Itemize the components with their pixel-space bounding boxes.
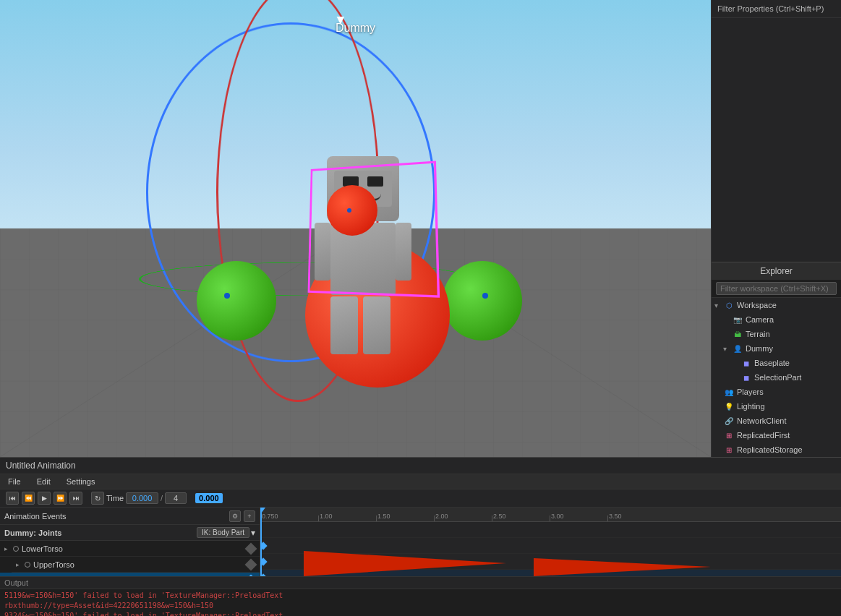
bounding-box bbox=[307, 161, 440, 298]
menu-edit[interactable]: Edit bbox=[35, 476, 53, 487]
workspace-label: Workspace bbox=[737, 301, 777, 309]
joint-toggle-uppertorso[interactable]: ▸ bbox=[16, 561, 25, 568]
ruler-mark-1: 1.00 bbox=[320, 513, 333, 520]
menu-settings[interactable]: Settings bbox=[64, 476, 98, 487]
output-text: 5119&w=150&h=150' failed to load in 'Tex… bbox=[0, 589, 841, 616]
output-panel: Output 5119&w=150&h=150' failed to load … bbox=[0, 576, 841, 616]
joint-row-lowertorso[interactable]: ▸ LowerTorso bbox=[0, 541, 260, 557]
tree-toggle-dummy[interactable]: ▾ bbox=[723, 345, 732, 353]
transport-end[interactable]: ⏭ bbox=[69, 492, 82, 505]
tree-item-players[interactable]: 👥 Players bbox=[712, 385, 841, 399]
joint-key-uppertorso[interactable] bbox=[245, 558, 257, 570]
playhead[interactable] bbox=[260, 508, 262, 576]
events-settings-icon[interactable]: ⚙ bbox=[229, 510, 241, 522]
timeline-right-panel[interactable]: 0.750 1.00 1.50 2.00 2.50 3.00 3.50 bbox=[260, 508, 841, 576]
3d-viewport[interactable]: Dummy bbox=[0, 0, 711, 457]
animation-menu-bar[interactable]: File Edit Settings bbox=[0, 474, 841, 489]
character-leg-left bbox=[330, 296, 358, 354]
baseplate-label: Baseplate bbox=[754, 359, 790, 367]
playhead-triangle bbox=[260, 508, 265, 513]
keyframe-track-head bbox=[260, 570, 841, 576]
filter-workspace-input[interactable] bbox=[716, 282, 837, 295]
ruler-mark-3: 2.00 bbox=[435, 513, 448, 520]
character-container bbox=[233, 69, 479, 359]
ruler-line-1 bbox=[318, 516, 319, 521]
explorer-section: Explorer ▾ ⬡ Workspace 📷 Camera 🏔 Terrai… bbox=[712, 262, 841, 457]
transport-prev-frame[interactable]: ⏪ bbox=[22, 492, 35, 505]
ik-dropdown-arrow[interactable]: ▾ bbox=[251, 528, 255, 538]
keyframe-track-lowertorso bbox=[260, 538, 841, 554]
handle-sphere-left[interactable] bbox=[197, 261, 276, 341]
ruler-line-5 bbox=[550, 516, 550, 521]
joint-label-lowertorso: LowerTorso bbox=[22, 544, 63, 553]
dummy-label-tree: Dummy bbox=[746, 344, 773, 353]
handle-sphere-right[interactable] bbox=[443, 261, 522, 341]
animation-events-row: Animation Events ⚙ + bbox=[0, 508, 260, 525]
replicatedstorage-label: ReplicatedStorage bbox=[737, 445, 803, 454]
events-label: Animation Events bbox=[4, 512, 229, 521]
keyframe-track-events bbox=[260, 522, 841, 538]
tree-item-dummy[interactable]: ▾ 👤 Dummy bbox=[720, 341, 841, 356]
tree-item-networkclient[interactable]: 🔗 NetworkClient bbox=[712, 414, 841, 428]
bottom-animation-area: Untitled Animation File Edit Settings ⏮ … bbox=[0, 457, 841, 616]
tree-item-baseplate[interactable]: ◼ Baseplate bbox=[729, 356, 841, 370]
networkclient-label: NetworkClient bbox=[737, 416, 786, 425]
replicatedstorage-icon: ⊞ bbox=[723, 444, 735, 455]
timeline-area: Animation Events ⚙ + Dummy: Joints IK: B… bbox=[0, 508, 841, 576]
ruler-mark-4: 2.50 bbox=[493, 513, 506, 520]
time-value-input[interactable] bbox=[126, 492, 158, 504]
events-icons[interactable]: ⚙ + bbox=[229, 510, 255, 522]
workspace-icon: ⬡ bbox=[723, 299, 735, 311]
selectionpart-icon: ◼ bbox=[740, 372, 752, 383]
filter-bar[interactable] bbox=[712, 280, 841, 298]
ruler-mark-0: 0.750 bbox=[262, 513, 278, 520]
players-icon: 👥 bbox=[723, 386, 735, 398]
players-label: Players bbox=[737, 388, 764, 396]
time-separator: / bbox=[161, 494, 163, 502]
joint-row-uppertorso[interactable]: ▸ UpperTorso bbox=[12, 557, 260, 573]
viewport-container[interactable]: Dummy bbox=[0, 0, 711, 457]
tree-item-camera[interactable]: 📷 Camera bbox=[720, 312, 841, 327]
joint-toggle-lowertorso[interactable]: ▸ bbox=[4, 545, 13, 552]
tree-item-terrain[interactable]: 🏔 Terrain bbox=[720, 327, 841, 341]
handle-sphere-head[interactable] bbox=[327, 185, 377, 236]
ruler-line-6 bbox=[607, 516, 608, 521]
output-line-2: rbxthumb://type=Asset&id=42220651198&w=1… bbox=[4, 601, 837, 611]
animation-title: Untitled Animation bbox=[6, 461, 76, 471]
joint-circle-uppertorso bbox=[25, 562, 30, 568]
time-end-input[interactable] bbox=[165, 492, 187, 504]
transport-play[interactable]: ▶ bbox=[38, 492, 51, 505]
dummy-icon: 👤 bbox=[732, 343, 743, 354]
transport-bar[interactable]: ⏮ ⏪ ▶ ⏩ ⏭ ↻ Time / 0.000 bbox=[0, 489, 841, 508]
menu-file[interactable]: File bbox=[6, 476, 23, 487]
camera-label: Camera bbox=[746, 315, 774, 324]
time-label: Time bbox=[106, 494, 124, 502]
events-add-icon[interactable]: + bbox=[244, 510, 255, 522]
tree-toggle-workspace[interactable]: ▾ bbox=[714, 301, 723, 309]
transport-begin[interactable]: ⏮ bbox=[6, 492, 19, 505]
tree-item-lighting[interactable]: 💡 Lighting bbox=[712, 399, 841, 414]
character-leg-right bbox=[363, 296, 390, 354]
ruler-mark-2: 1.50 bbox=[377, 513, 390, 520]
output-line-3: 9324&w=150&h=150' failed to load in 'Tex… bbox=[4, 611, 837, 616]
tree-item-replicatedfirst[interactable]: ⊞ ReplicatedFirst bbox=[712, 428, 841, 442]
ruler-line-4 bbox=[492, 516, 492, 521]
tree-item-workspace[interactable]: ▾ ⬡ Workspace bbox=[712, 298, 841, 312]
timeline-ruler: 0.750 1.00 1.50 2.00 2.50 3.00 3.50 bbox=[260, 508, 841, 522]
animation-title-bar: Untitled Animation bbox=[0, 458, 841, 474]
joint-key-lowertorso[interactable] bbox=[245, 542, 257, 555]
tree-item-replicatedstorage[interactable]: ⊞ ReplicatedStorage bbox=[712, 442, 841, 457]
loop-icon[interactable]: ↻ bbox=[91, 492, 104, 505]
output-header: Output bbox=[0, 577, 841, 589]
ik-body-part-button[interactable]: IK: Body Part bbox=[197, 527, 249, 538]
joints-header: Dummy: Joints IK: Body Part ▾ bbox=[0, 525, 260, 541]
tree-item-selectionpart[interactable]: ◼ SelectionPart bbox=[729, 370, 841, 385]
lighting-label: Lighting bbox=[737, 402, 765, 411]
transport-next-frame[interactable]: ⏩ bbox=[54, 492, 67, 505]
ruler-mark-6: 3.50 bbox=[609, 513, 622, 520]
terrain-icon: 🏔 bbox=[732, 328, 743, 340]
terrain-label: Terrain bbox=[746, 330, 770, 338]
current-time-marker: 0.000 bbox=[195, 493, 223, 503]
cursor-icon: ▲ bbox=[334, 13, 347, 28]
ruler-mark-5: 3.00 bbox=[551, 513, 564, 520]
